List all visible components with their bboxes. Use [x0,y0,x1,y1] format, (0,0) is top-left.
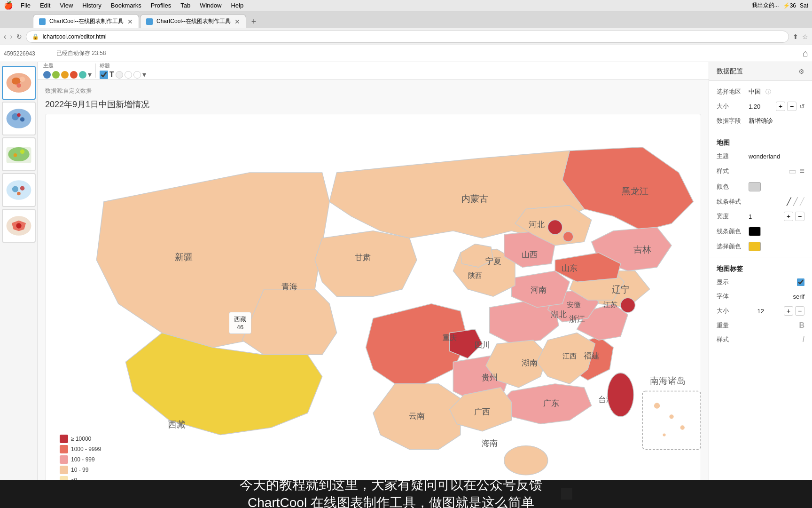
svg-point-9 [8,147,29,161]
sidebar-thumb-1[interactable] [2,66,36,100]
map-title: 2022年9月1日中国新增情况 [45,99,701,110]
font-style-label: 样式 [717,335,745,344]
home-icon[interactable]: ⌂ [803,48,808,59]
select-color-swatch[interactable] [749,242,761,251]
legend-label-2: 1000 - 9999 [71,446,101,452]
color-orange[interactable] [61,71,69,79]
size-decrease[interactable]: − [787,102,796,111]
tab-2[interactable]: ChartCool--在线图表制作工具 ✕ [140,14,246,28]
font-value[interactable]: serif [793,293,804,300]
data-field-value[interactable]: 新增确诊 [749,117,773,125]
marker-color-fill[interactable] [133,71,141,79]
legend-color-1 [60,435,68,443]
width-increase[interactable]: + [784,212,793,221]
south-sea-box [642,391,701,450]
panel-header: 数据配置 ⚙ [709,62,812,81]
display-checkbox[interactable] [797,278,804,286]
tab-label-1: ChartCool--在线图表制作工具 [49,17,124,25]
width-decrease[interactable]: − [795,212,804,221]
font-size-decrease[interactable]: − [795,306,804,316]
menu-profiles[interactable]: Profiles [147,1,175,10]
svg-point-12 [7,180,31,200]
nav-forward[interactable]: › [10,32,12,41]
menu-window[interactable]: Window [196,1,225,10]
tab-close-2[interactable]: ✕ [234,18,240,25]
menu-history[interactable]: History [78,1,105,10]
color-swatch[interactable] [749,182,761,191]
label-guangxi: 广西 [474,407,490,416]
menu-view[interactable]: View [56,1,77,10]
tianjin[interactable] [563,231,573,242]
bold-icon[interactable]: B [799,321,804,330]
marker-color-outline[interactable] [125,71,132,79]
line-dashed-icon[interactable]: ╱ [793,197,798,206]
width-input[interactable] [749,213,763,220]
hubei[interactable] [490,300,559,344]
nav-back[interactable]: ‹ [4,32,6,41]
label-zhejiang: 浙江 [569,315,585,324]
label-anhui: 安徽 [567,301,581,309]
style-list-icon[interactable]: ≡ [799,166,804,176]
line-solid-icon[interactable]: ╱ [787,197,791,206]
color-blue[interactable] [43,71,51,79]
label-guizhou: 贵州 [482,373,498,382]
svg-point-14 [20,186,24,190]
marker-controls[interactable]: T ▾ [100,70,146,79]
bookmark-icon[interactable]: ☆ [802,33,808,40]
main-toolbar: 4595226943 已经自动保存 23:58 ⌂ [0,45,812,62]
tab-1[interactable]: ChartCool--在线图表制作工具 ✕ [33,14,139,28]
beijing[interactable] [548,220,562,235]
legend-item-2: 1000 - 9999 [60,445,101,453]
menu-edit[interactable]: Edit [36,1,54,10]
shanghai[interactable] [621,298,635,312]
line-color-swatch[interactable] [749,227,761,236]
font-size-increase[interactable]: + [784,306,793,316]
legend-label-5: ≤9 [71,477,77,480]
svg-point-10 [20,150,24,154]
gansu[interactable] [315,231,417,296]
new-tab-button[interactable]: + [247,15,260,28]
url-bar[interactable]: 🔒 ichartcool.com/editor.html [26,31,789,43]
hainan[interactable] [504,446,548,475]
color-teal[interactable] [79,71,86,79]
sidebar-thumb-3[interactable] [2,137,36,171]
text-format-icon[interactable]: T [109,71,114,79]
line-dotted-icon[interactable]: ╱ [800,197,804,206]
info-icon[interactable]: ⓘ [765,88,771,96]
theme-colors[interactable]: ▾ [43,70,92,79]
addressbar: ‹ › ↻ 🔒 ichartcool.com/editor.html ⬆ ☆ [0,28,812,45]
style-label: 样式 [717,167,745,175]
theme-dropdown-arrow[interactable]: ▾ [88,70,92,79]
taiwan-island[interactable] [608,373,634,417]
menu-file[interactable]: File [17,1,34,10]
menu-tab[interactable]: Tab [177,1,194,10]
size-input[interactable] [749,103,772,110]
legend-item-4: 10 - 99 [60,466,101,474]
select-region-value[interactable]: 中国 [749,87,761,96]
row-line-color: 线条颜色 [709,224,812,239]
italic-icon[interactable]: I [803,335,804,344]
data-source: 数据源:自定义数据 [45,87,701,95]
color-green[interactable] [52,71,60,79]
size-increase[interactable]: + [776,102,785,111]
sidebar-thumb-2[interactable] [2,102,36,135]
tab-close-1[interactable]: ✕ [127,18,133,25]
style-solid-icon[interactable]: ▭ [789,166,796,176]
marker-color-white[interactable] [116,71,123,79]
svg-point-7 [17,113,21,117]
marker-dropdown-arrow[interactable]: ▾ [142,70,146,79]
sidebar-thumb-4[interactable] [2,173,36,207]
theme-value[interactable]: wonderland [749,153,780,160]
menu-help[interactable]: Help [227,1,247,10]
nav-refresh[interactable]: ↻ [16,33,22,40]
color-red[interactable] [70,71,78,79]
font-size-input[interactable] [757,308,772,315]
label-henan: 河南 [531,286,547,294]
marker-checkbox[interactable] [100,71,108,79]
panel-settings-icon[interactable]: ⚙ [798,68,804,75]
sidebar-thumb-5[interactable] [2,209,36,243]
menu-bookmarks[interactable]: Bookmarks [107,1,145,10]
theme-label-panel: 主题 [717,152,745,160]
share-icon[interactable]: ⬆ [793,33,798,40]
size-reset-icon[interactable]: ↺ [799,103,805,110]
